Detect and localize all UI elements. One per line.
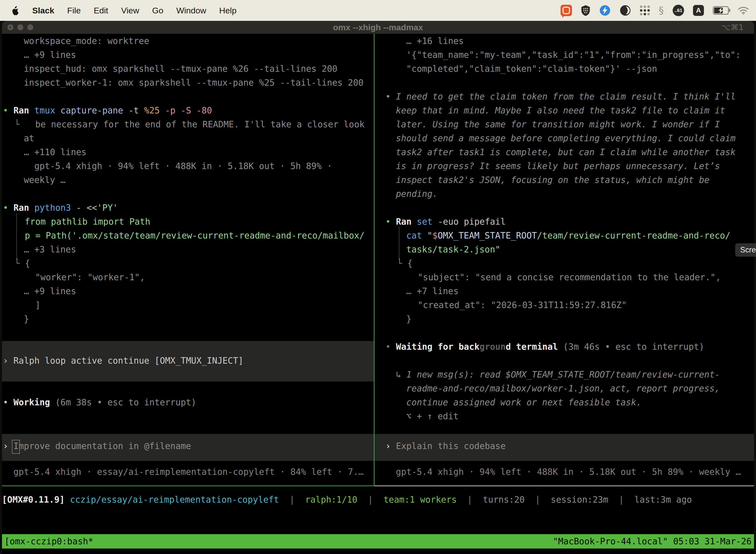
shield-icon[interactable]	[581, 5, 590, 16]
terminal-line: "subject": "send a concise recommendatio…	[418, 272, 721, 283]
terminal-line: … +3 lines	[24, 244, 76, 255]
omx-status-line: [OMX#0.11.9] cczip/essay/ai-reimplementa…	[2, 494, 692, 505]
terminal-line: … +7 lines	[406, 286, 459, 296]
thinking-line: • I need to get the claim token from the…	[385, 91, 736, 102]
close-button[interactable]	[7, 24, 13, 30]
terminal-line: from pathlib import Path	[25, 216, 150, 227]
a-badge-icon[interactable]: A	[693, 5, 704, 16]
menu-item-slack[interactable]: Slack	[32, 6, 54, 15]
window-shortcut-badge: ⌥⌘1	[721, 22, 744, 32]
terminal-line: … +9 lines	[24, 49, 76, 60]
working-status-line: • Working (6m 38s • esc to interrupt)	[3, 397, 196, 408]
menu-item-go[interactable]: Go	[152, 6, 163, 15]
badge-61-icon[interactable]: ..61	[673, 5, 684, 16]
menu-bar-status-icons: § ..61 A	[561, 5, 756, 16]
text-cursor	[12, 440, 20, 454]
thinking-line: pending.	[396, 188, 438, 199]
apple-logo	[11, 6, 19, 15]
tmux-status-bar: [omx-cczip0:bash* "MacBook-Pro-44.local"…	[2, 534, 754, 549]
thinking-line: should send a message before completing …	[396, 133, 736, 144]
mailbox-msg-line: readme-and-reco/mailbox/worker-1.json, a…	[406, 383, 720, 394]
zoom-button[interactable]	[27, 24, 33, 30]
left-model-status-line: gpt-5.4 xhigh · essay/ai-reimplementatio…	[13, 466, 364, 477]
terminal-line: ]	[35, 299, 41, 311]
terminal-line: inspect_worker-1: omx sparkshell --tmux-…	[24, 77, 364, 88]
dots-grid-icon[interactable]	[640, 5, 650, 15]
mailbox-msg-line: continue assigned work or next feasible …	[406, 397, 641, 408]
thinking-line: keep that in mind. Maybe I also need the…	[396, 105, 725, 116]
menu-bar-left: Slack File Edit View Go Window Help	[0, 6, 237, 15]
waiting-status-line: • Waiting for background terminal (3m 46…	[385, 341, 704, 352]
thinking-line: later. Using the same for transition mig…	[396, 119, 720, 130]
right-pane-bottom-border	[375, 486, 754, 486]
terminal-line: tasks/task-2.json"	[406, 244, 500, 255]
terminal-line: "completed","claim_token":"claim-token"}…	[406, 63, 657, 74]
battery-icon[interactable]	[713, 6, 729, 15]
squiggle-icon[interactable]: §	[659, 5, 664, 16]
minimize-button[interactable]	[17, 24, 23, 30]
pane-divider[interactable]	[374, 34, 375, 486]
window-titlebar[interactable]: omx --xhigh --madmax ⌥⌘1	[2, 21, 754, 34]
terminal-line: inspect_hud: omx sparkshell --tmux-pane …	[24, 63, 337, 74]
menu-item-file[interactable]: File	[67, 6, 81, 15]
tmux-host-clock-label: "MacBook-Pro-44.local" 05:03 31-Mar-26	[553, 536, 754, 546]
menu-item-window[interactable]: Window	[176, 6, 206, 15]
terminal-line: }	[406, 314, 412, 324]
ralph-loop-line: › Ralph loop active continue [OMX_TMUX_I…	[3, 355, 243, 366]
ran-tmux-line: • Ran tmux capture-pane -t %25 -p -S -80	[3, 105, 212, 116]
chat-app-icon[interactable]	[561, 5, 572, 16]
terminal-line: … +16 lines	[406, 36, 464, 46]
terminal-line: workspace_mode: worktree	[24, 36, 149, 46]
menu-item-view[interactable]: View	[121, 6, 139, 15]
right-model-status-line: gpt-5.4 xhigh · 94% left · 488K in · 5.1…	[396, 466, 741, 477]
contrast-icon[interactable]	[620, 5, 631, 16]
wifi-icon[interactable]	[738, 6, 749, 15]
bolt-badge-icon[interactable]	[599, 5, 611, 16]
left-prompt-line: › Improve documentation in @filename	[3, 441, 191, 451]
ran-set-line: • Ran set -euo pipefail	[385, 216, 506, 227]
menu-item-edit[interactable]: Edit	[94, 6, 108, 15]
screen-tooltip[interactable]: Scre	[735, 243, 756, 257]
terminal-line: weekly …	[24, 174, 66, 185]
right-prompt-line: › Explain this codebase	[385, 441, 506, 451]
thinking-line: is in progress? It seems likely but perh…	[396, 161, 720, 171]
mailbox-msg-line: ↳ 1 new msg(s): read $OMX_TEAM_STATE_ROO…	[396, 369, 720, 380]
terminal-line: └ {	[14, 258, 30, 269]
terminal-line: gpt-5.4 xhigh · 94% left · 488K in · 5.1…	[24, 161, 332, 171]
terminal-line: p = Path('.omx/state/team/review-current…	[25, 230, 365, 241]
tool-call-connector	[399, 227, 399, 260]
terminal-line: └ be necessary for the end of the README…	[14, 119, 365, 130]
terminal-line: … +9 lines	[24, 286, 76, 296]
terminal-line: "worker": "worker-1",	[35, 272, 145, 283]
screen-tooltip-label: Scre	[740, 245, 756, 255]
edit-hint-line: ⌥ + ↑ edit	[406, 411, 459, 422]
terminal-line: '{"team_name":"my-team","task_id":"1","f…	[406, 49, 741, 60]
ran-python-line: • Ran python3 - <<'PY'	[3, 202, 118, 213]
terminal-line: }	[24, 314, 29, 324]
terminal-line: "created_at": "2026-03-31T11:59:27.816Z"	[418, 299, 627, 311]
apple-menu-icon[interactable]	[11, 6, 19, 15]
menu-bar: Slack File Edit View Go Window Help	[0, 0, 756, 21]
tmux-session-label[interactable]: [omx-cczip0:bash*	[2, 536, 93, 546]
menu-item-help[interactable]: Help	[219, 6, 237, 15]
terminal-line: … +110 lines	[24, 147, 86, 158]
terminal-line: at	[24, 133, 34, 144]
thinking-line: inspect task2's JSON, focusing on the st…	[396, 174, 709, 185]
window-title: omx --xhigh --madmax	[333, 22, 423, 32]
terminal-line: └ {	[397, 258, 413, 269]
terminal-line: cat "$OMX_TEAM_STATE_ROOT/team/review-cu…	[406, 230, 730, 241]
tool-call-connector	[16, 213, 17, 260]
left-pane-bottom-border	[2, 486, 374, 486]
thinking-line: task2 after task1 is complete, but can I…	[396, 147, 736, 158]
